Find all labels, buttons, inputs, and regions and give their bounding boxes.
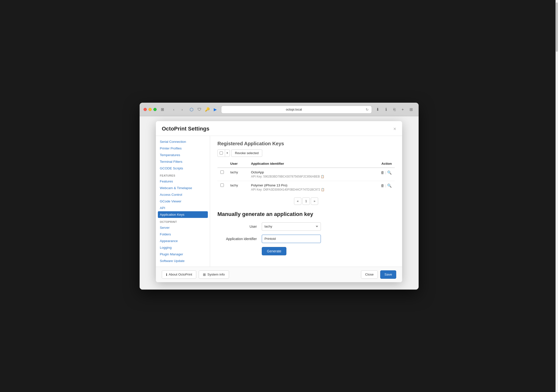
prev-page-button[interactable]: « bbox=[294, 197, 301, 205]
row2-app-name: Polymer (iPhone 13 Pro) bbox=[251, 183, 366, 187]
new-tab-icon[interactable]: + bbox=[399, 106, 406, 113]
page-1-button[interactable]: 1 bbox=[302, 197, 310, 205]
row1-action-separator: | bbox=[385, 171, 386, 174]
grid-icon[interactable]: ⊞ bbox=[408, 106, 415, 113]
sidebar-item-features[interactable]: Features bbox=[156, 178, 210, 185]
col-app-identifier-header: Application identifier bbox=[248, 160, 369, 168]
minimize-traffic-light[interactable] bbox=[148, 108, 152, 111]
maximize-traffic-light[interactable] bbox=[153, 108, 157, 111]
row1-checkbox-cell[interactable] bbox=[217, 168, 227, 181]
row2-app-cell: Polymer (iPhone 13 Pro) API Key: D6FA3D3… bbox=[248, 181, 369, 194]
generate-button[interactable]: Generate bbox=[262, 247, 286, 255]
col-checkbox bbox=[217, 160, 227, 168]
col-action-header: Action bbox=[369, 160, 395, 168]
octoprint-section-label: OCTOPRINT bbox=[156, 218, 210, 224]
user-field-label: User bbox=[217, 225, 257, 229]
footer-left-actions: ℹ About OctoPrint ⊞ System info bbox=[162, 270, 229, 279]
select-all-dropdown[interactable]: ▾ bbox=[217, 149, 230, 157]
sidebar-item-logging[interactable]: Logging bbox=[156, 244, 210, 251]
select-all-checkbox[interactable] bbox=[218, 150, 225, 157]
pagination: « 1 » bbox=[217, 197, 395, 205]
about-octoprint-button[interactable]: ℹ About OctoPrint bbox=[162, 270, 196, 279]
sidebar-item-terminal-filters[interactable]: Terminal Filters bbox=[156, 158, 210, 165]
sidebar-item-printer-profiles[interactable]: Printer Profiles bbox=[156, 145, 210, 152]
cube-icon[interactable]: ⬡ bbox=[188, 106, 195, 113]
modal-title: OctoPrint Settings bbox=[162, 126, 209, 132]
app-identifier-input[interactable] bbox=[262, 235, 321, 243]
forward-button[interactable]: › bbox=[179, 106, 186, 113]
main-content-area: Registered Application Keys ▾ Revoke sel… bbox=[210, 136, 402, 267]
sidebar-item-gcode-scripts[interactable]: GCODE Scripts bbox=[156, 165, 210, 172]
info-circle-icon[interactable]: ℹ bbox=[383, 106, 390, 113]
info-icon: ℹ bbox=[166, 273, 167, 277]
row1-action-buttons: 🗑 | 🔍 bbox=[372, 170, 392, 175]
modal-body: Serial Connection Printer Profiles Tempe… bbox=[156, 136, 402, 267]
close-button[interactable]: Close bbox=[361, 270, 378, 279]
sidebar-item-temperatures[interactable]: Temperatures bbox=[156, 152, 210, 158]
row2-delete-icon[interactable]: 🗑 bbox=[381, 183, 384, 188]
row2-checkbox-cell[interactable] bbox=[217, 181, 227, 194]
revoke-selected-button[interactable]: Revoke selected bbox=[231, 149, 262, 157]
share-icon[interactable]: ⎗ bbox=[391, 106, 398, 113]
browser-actions: ⬇ ℹ ⎗ + ⊞ bbox=[374, 106, 415, 113]
bulk-select-checkbox[interactable] bbox=[220, 151, 223, 155]
row1-delete-icon[interactable]: 🗑 bbox=[381, 170, 384, 175]
sidebar-item-plugin-manager[interactable]: Plugin Manager bbox=[156, 251, 210, 258]
sidebar-item-server[interactable]: Server bbox=[156, 224, 210, 231]
play-icon[interactable]: ▶ bbox=[212, 106, 219, 113]
sidebar-item-api[interactable]: API bbox=[156, 205, 210, 211]
sidebar-toggle-icon[interactable]: ⊞ bbox=[159, 106, 166, 113]
generate-button-group: Generate bbox=[262, 247, 395, 255]
sidebar-item-access-control[interactable]: Access Control bbox=[156, 191, 210, 198]
row1-action-cell: 🗑 | 🔍 bbox=[369, 168, 395, 181]
download-icon[interactable]: ⬇ bbox=[374, 106, 381, 113]
row2-action-separator: | bbox=[385, 184, 386, 187]
table-row: lachy OctoApp API Key: 5902B3BD78BC43078… bbox=[217, 168, 395, 181]
sidebar-item-folders[interactable]: Folders bbox=[156, 231, 210, 238]
sidebar-item-serial-connection[interactable]: Serial Connection bbox=[156, 138, 210, 145]
modal-close-button[interactable]: × bbox=[393, 126, 396, 131]
save-button[interactable]: Save bbox=[380, 270, 396, 279]
table-row: lachy Polymer (iPhone 13 Pro) API Key: D… bbox=[217, 181, 395, 194]
col-user-header: User bbox=[227, 160, 248, 168]
row1-checkbox[interactable] bbox=[220, 170, 224, 174]
registered-section-title: Registered Application Keys bbox=[217, 136, 395, 149]
select-dropdown-arrow[interactable]: ▾ bbox=[225, 150, 230, 157]
sidebar-item-gcode-viewer[interactable]: GCode Viewer bbox=[156, 198, 210, 205]
settings-modal: OctoPrint Settings × Serial Connection P… bbox=[156, 121, 402, 282]
row2-checkbox[interactable] bbox=[220, 183, 224, 187]
sidebar-item-application-keys[interactable]: Application Keys bbox=[158, 211, 208, 218]
app-identifier-form-group: Application identifier bbox=[217, 235, 395, 243]
next-page-button[interactable]: » bbox=[311, 197, 318, 205]
sidebar-item-webcam-timelapse[interactable]: Webcam & Timelapse bbox=[156, 185, 210, 191]
key-icon[interactable]: 🔑 bbox=[204, 106, 211, 113]
toolbar-icons: ⬡ 🛡 🔑 ▶ bbox=[188, 106, 219, 113]
user-select[interactable]: lachy bbox=[262, 222, 321, 231]
browser-content: OctoPrint Settings × Serial Connection P… bbox=[140, 116, 419, 290]
address-bar[interactable]: octopi.local ↻ bbox=[221, 106, 372, 114]
grid-system-icon: ⊞ bbox=[203, 273, 206, 277]
back-button[interactable]: ‹ bbox=[170, 106, 177, 113]
system-info-button[interactable]: ⊞ System info bbox=[199, 270, 229, 279]
row2-action-buttons: 🗑 | 🔍 bbox=[372, 183, 392, 188]
settings-sidebar: Serial Connection Printer Profiles Tempe… bbox=[156, 136, 210, 267]
row2-search-icon[interactable]: 🔍 bbox=[387, 183, 392, 188]
url-text: octopi.local bbox=[224, 108, 364, 111]
sidebar-item-software-update[interactable]: Software Update bbox=[156, 258, 210, 264]
table-controls: ▾ Revoke selected bbox=[217, 149, 395, 157]
registered-keys-table: User Application identifier Action bbox=[217, 160, 395, 194]
manual-section: Manually generate an application key Use… bbox=[217, 211, 395, 255]
row2-copy-icon[interactable]: 📋 bbox=[321, 188, 325, 191]
modal-footer: ℹ About OctoPrint ⊞ System info Close Sa… bbox=[156, 267, 402, 282]
refresh-icon[interactable]: ↻ bbox=[366, 108, 369, 112]
sidebar-item-appearance[interactable]: Appearance bbox=[156, 238, 210, 244]
shield-icon[interactable]: 🛡 bbox=[196, 106, 203, 113]
row1-copy-icon[interactable]: 📋 bbox=[321, 175, 324, 178]
row2-action-cell: 🗑 | 🔍 bbox=[369, 181, 395, 194]
close-traffic-light[interactable] bbox=[144, 108, 147, 111]
browser-chrome: ⊞ ‹ › ⬡ 🛡 🔑 ▶ octopi.local ↻ ⬇ ℹ ⎗ + ⊞ bbox=[140, 103, 419, 116]
traffic-lights bbox=[144, 108, 157, 111]
browser-nav: ‹ › bbox=[170, 106, 186, 113]
row1-search-icon[interactable]: 🔍 bbox=[387, 170, 392, 175]
row2-user-cell: lachy bbox=[227, 181, 248, 194]
